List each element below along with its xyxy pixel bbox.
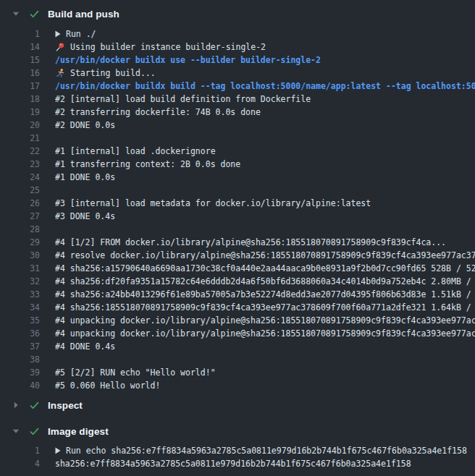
line-number[interactable]: 35 xyxy=(0,315,40,326)
log-text: #1 [internal] load .dockerignore xyxy=(55,146,475,156)
log-text: #4 sha256:185518070891758909c9f839cf4ca3… xyxy=(55,302,475,313)
log-text-content: /usr/bin/docker buildx build --tag local… xyxy=(55,81,475,91)
log-text-content: #2 transferring dockerfile: 74B 0.0s don… xyxy=(55,107,261,117)
chevron-down-icon[interactable] xyxy=(12,428,20,435)
log-line: 16Starting build... xyxy=(0,67,475,80)
log-line: 39#5 [2/2] RUN echo "Hello world!" xyxy=(0,366,475,379)
log-text-content: #1 DONE 0.0s xyxy=(55,172,115,182)
section-log-lines: 1Run ./14Using builder instance builder-… xyxy=(0,27,475,392)
line-number[interactable]: 28 xyxy=(0,224,40,234)
log-text: #2 [internal] load build definition from… xyxy=(55,94,475,104)
line-number[interactable]: 1 xyxy=(0,29,40,39)
log-text-content: #4 [1/2] FROM docker.io/library/alpine@s… xyxy=(55,237,446,247)
log-line: 27#3 DONE 0.4s xyxy=(0,210,475,223)
line-number[interactable]: 32 xyxy=(0,276,40,286)
log-line: 4sha256:e7ff8834a5963a2785c5a0811e979d16… xyxy=(0,457,475,470)
log-line: 25 xyxy=(0,184,475,197)
log-text-content: #4 DONE 0.4s xyxy=(55,341,115,352)
log-line: 18#2 [internal] load build definition fr… xyxy=(0,93,475,106)
line-number[interactable]: 33 xyxy=(0,289,40,299)
log-line: 31#4 sha256:a15790640a6690aa1730c38cf0a4… xyxy=(0,262,475,275)
log-text-content: Using builder instance builder-single-2 xyxy=(70,42,266,52)
line-number[interactable]: 24 xyxy=(0,172,40,182)
play-expand-icon[interactable] xyxy=(55,30,61,38)
section-header-inspect[interactable]: Inspect xyxy=(0,392,475,418)
log-text-content: #3 DONE 0.4s xyxy=(55,211,115,221)
section-log-lines: 1Run echo sha256:e7ff8834a5963a2785c5a08… xyxy=(0,444,475,470)
line-number[interactable]: 19 xyxy=(0,107,40,117)
log-section-build-and-push: Build and push1Run ./14Using builder ins… xyxy=(0,0,475,392)
line-number[interactable]: 39 xyxy=(0,367,40,378)
log-text: #4 sha256:a15790640a6690aa1730c38cf0a440… xyxy=(55,263,475,273)
log-line: 36#4 unpacking docker.io/library/alpine@… xyxy=(0,327,475,340)
log-text-content: #2 [internal] load build definition from… xyxy=(55,94,311,104)
log-text-content: #4 unpacking docker.io/library/alpine@sh… xyxy=(55,328,475,339)
line-number[interactable]: 18 xyxy=(0,94,40,104)
line-number[interactable]: 37 xyxy=(0,341,40,352)
log-text-content: Starting build... xyxy=(70,68,156,78)
log-section-image-digest: Image digest1Run echo sha256:e7ff8834a59… xyxy=(0,418,475,470)
section-header-image-digest[interactable]: Image digest xyxy=(0,418,475,444)
log-text: #4 unpacking docker.io/library/alpine@sh… xyxy=(55,328,475,339)
section-title: Image digest xyxy=(48,426,109,437)
line-number[interactable]: 21 xyxy=(0,133,40,143)
line-number[interactable]: 34 xyxy=(0,302,40,313)
line-number[interactable]: 15 xyxy=(0,55,40,65)
line-number[interactable]: 22 xyxy=(0,146,40,156)
log-line: 32#4 sha256:df20fa9351a15782c64e6dddb2d4… xyxy=(0,275,475,288)
log-text: Using builder instance builder-single-2 xyxy=(55,42,475,52)
line-number[interactable]: 14 xyxy=(0,42,40,52)
log-text[interactable]: Run ./ xyxy=(55,29,475,39)
section-header-build-and-push[interactable]: Build and push xyxy=(0,0,475,27)
workflow-log-viewer: Build and push1Run ./14Using builder ins… xyxy=(0,0,475,470)
log-text: #4 [1/2] FROM docker.io/library/alpine@s… xyxy=(55,237,475,247)
line-number[interactable]: 30 xyxy=(0,250,40,260)
log-line: 28 xyxy=(0,223,475,236)
line-number[interactable]: 36 xyxy=(0,328,40,339)
section-title: Build and push xyxy=(48,9,119,20)
log-line: 40#5 0.060 Hello world! xyxy=(0,379,475,392)
line-number[interactable]: 1 xyxy=(0,446,40,456)
log-text: /usr/bin/docker buildx build --tag local… xyxy=(55,81,475,91)
chevron-right-icon[interactable] xyxy=(12,401,20,409)
log-text: #4 DONE 0.4s xyxy=(55,341,475,352)
log-text: #2 DONE 0.0s xyxy=(55,120,475,130)
log-text[interactable]: Run echo sha256:e7ff8834a5963a2785c5a081… xyxy=(55,446,475,456)
log-line: 20#2 DONE 0.0s xyxy=(0,119,475,132)
log-text-content: #3 [internal] load metadata for docker.i… xyxy=(55,198,371,208)
log-line: 17/usr/bin/docker buildx build --tag loc… xyxy=(0,80,475,93)
line-number[interactable]: 38 xyxy=(0,354,40,365)
log-line: 1Run ./ xyxy=(0,27,475,41)
line-number[interactable]: 26 xyxy=(0,198,40,208)
log-text: #5 0.060 Hello world! xyxy=(55,381,475,391)
log-line: 34#4 sha256:185518070891758909c9f839cf4c… xyxy=(0,301,475,314)
log-text: #2 transferring dockerfile: 74B 0.0s don… xyxy=(55,107,475,117)
line-number[interactable]: 4 xyxy=(0,459,40,469)
log-text: #4 resolve docker.io/library/alpine@sha2… xyxy=(55,250,475,260)
section-title: Inspect xyxy=(48,400,83,411)
log-text: #3 [internal] load metadata for docker.i… xyxy=(55,198,475,208)
log-text-content: #4 sha256:a15790640a6690aa1730c38cf0a440… xyxy=(55,263,475,273)
line-number[interactable]: 20 xyxy=(0,120,40,130)
line-number[interactable]: 25 xyxy=(0,185,40,195)
check-success-icon xyxy=(29,9,40,20)
log-line: 24#1 DONE 0.0s xyxy=(0,171,475,184)
log-text-content: #2 DONE 0.0s xyxy=(55,120,115,130)
line-number[interactable]: 17 xyxy=(0,81,40,91)
log-line: 35#4 unpacking docker.io/library/alpine@… xyxy=(0,314,475,327)
log-text-content: #4 sha256:185518070891758909c9f839cf4ca3… xyxy=(55,302,475,313)
log-text-content: Run ./ xyxy=(66,29,96,39)
log-text-content: #5 0.060 Hello world! xyxy=(55,381,160,391)
chevron-down-icon[interactable] xyxy=(12,10,20,17)
line-number[interactable]: 29 xyxy=(0,237,40,247)
line-number[interactable]: 40 xyxy=(0,381,40,391)
line-number[interactable]: 27 xyxy=(0,211,40,221)
check-success-icon xyxy=(29,400,40,411)
play-expand-icon[interactable] xyxy=(55,447,61,454)
line-number[interactable]: 16 xyxy=(0,68,40,78)
line-number[interactable]: 23 xyxy=(0,159,40,169)
line-number[interactable]: 31 xyxy=(0,263,40,273)
log-text: #4 unpacking docker.io/library/alpine@sh… xyxy=(55,315,475,326)
log-line: 29#4 [1/2] FROM docker.io/library/alpine… xyxy=(0,236,475,249)
log-line: 15/usr/bin/docker buildx use --builder b… xyxy=(0,54,475,67)
